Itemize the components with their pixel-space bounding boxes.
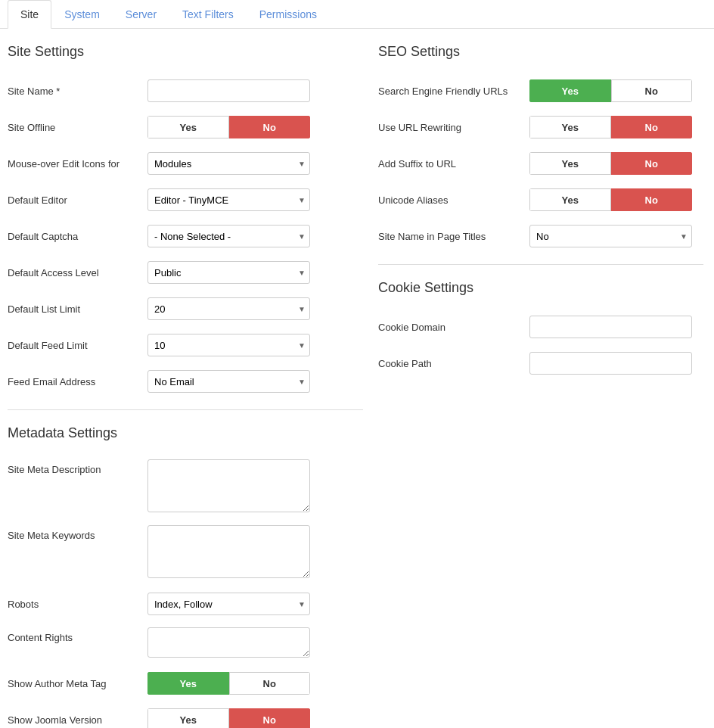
- tab-permissions[interactable]: Permissions: [247, 0, 330, 29]
- default-list-limit-select-wrapper: 20 ▼: [147, 297, 310, 320]
- url-rewriting-row: Use URL Rewriting Yes No: [378, 114, 703, 140]
- feed-email-select-wrapper: No Email ▼: [147, 370, 310, 393]
- show-author-meta-tag-no[interactable]: No: [229, 672, 311, 695]
- default-editor-select[interactable]: Editor - TinyMCE: [147, 188, 310, 211]
- content-rights-row: Content Rights: [8, 627, 363, 660]
- default-list-limit-label: Default List Limit: [8, 303, 147, 315]
- default-editor-label: Default Editor: [8, 194, 147, 206]
- cookie-path-input[interactable]: [529, 352, 692, 375]
- left-column: Site Settings Site Name * My Joomla Site…: [8, 44, 363, 728]
- default-access-level-select-wrapper: Public ▼: [147, 261, 310, 284]
- main-content: Site Settings Site Name * My Joomla Site…: [0, 29, 714, 728]
- default-editor-select-wrapper: Editor - TinyMCE ▼: [147, 188, 310, 211]
- default-access-level-select[interactable]: Public: [147, 261, 310, 284]
- default-feed-limit-row: Default Feed Limit 10 ▼: [8, 332, 363, 358]
- cookie-divider: [378, 264, 703, 265]
- default-feed-limit-select[interactable]: 10: [147, 334, 310, 356]
- show-author-meta-tag-label: Show Author Meta Tag: [8, 678, 147, 689]
- default-feed-limit-label: Default Feed Limit: [8, 340, 147, 351]
- site-meta-keywords-row: Site Meta Keywords: [8, 525, 363, 580]
- add-suffix-yes[interactable]: Yes: [529, 152, 611, 175]
- feed-email-select[interactable]: No Email: [147, 370, 310, 393]
- site-offline-yes[interactable]: Yes: [147, 116, 229, 138]
- tab-text-filters[interactable]: Text Filters: [169, 0, 247, 29]
- url-rewriting-no[interactable]: No: [611, 116, 693, 138]
- tab-server[interactable]: Server: [113, 0, 169, 29]
- add-suffix-label: Add Suffix to URL: [378, 158, 529, 170]
- default-captcha-label: Default Captcha: [8, 231, 147, 242]
- tabs-bar: Site System Server Text Filters Permissi…: [0, 0, 714, 29]
- sef-urls-label: Search Engine Friendly URLs: [378, 86, 529, 97]
- default-captcha-select-wrapper: - None Selected - ▼: [147, 225, 310, 247]
- site-offline-row: Site Offline Yes No: [8, 114, 363, 140]
- show-joomla-version-no[interactable]: No: [229, 708, 311, 728]
- default-access-level-row: Default Access Level Public ▼: [8, 260, 363, 285]
- cookie-path-row: Cookie Path: [378, 350, 703, 376]
- sef-urls-yes[interactable]: Yes: [529, 79, 611, 102]
- site-meta-keywords-input[interactable]: [147, 525, 310, 578]
- robots-label: Robots: [8, 599, 147, 610]
- site-meta-description-input[interactable]: [147, 459, 310, 512]
- default-captcha-select[interactable]: - None Selected -: [147, 225, 310, 247]
- metadata-settings-title: Metadata Settings: [8, 425, 363, 446]
- right-column: SEO Settings Search Engine Friendly URLs…: [378, 44, 703, 728]
- sef-urls-no[interactable]: No: [611, 79, 693, 102]
- mouse-over-select-wrapper: Modules ▼: [147, 152, 310, 175]
- feed-email-row: Feed Email Address No Email ▼: [8, 369, 363, 394]
- cookie-domain-row: Cookie Domain: [378, 314, 703, 340]
- cookie-path-label: Cookie Path: [378, 358, 529, 369]
- add-suffix-no[interactable]: No: [611, 152, 693, 175]
- default-list-limit-row: Default List Limit 20 ▼: [8, 296, 363, 322]
- sef-urls-row: Search Engine Friendly URLs Yes No: [378, 78, 703, 104]
- feed-email-label: Feed Email Address: [8, 376, 147, 387]
- show-joomla-version-label: Show Joomla Version: [8, 714, 147, 726]
- site-offline-label: Site Offline: [8, 122, 147, 133]
- site-offline-no[interactable]: No: [229, 116, 311, 138]
- site-meta-description-control: [147, 459, 310, 515]
- mouse-over-select[interactable]: Modules: [147, 152, 310, 175]
- mouse-over-label: Mouse-over Edit Icons for: [8, 158, 147, 170]
- show-joomla-version-row: Show Joomla Version Yes No: [8, 707, 363, 728]
- unicode-aliases-yes[interactable]: Yes: [529, 188, 611, 211]
- default-editor-row: Default Editor Editor - TinyMCE ▼: [8, 187, 363, 213]
- default-access-level-label: Default Access Level: [8, 267, 147, 278]
- site-name-label: Site Name *: [8, 86, 147, 97]
- site-name-in-titles-select-wrapper: No ▼: [529, 225, 692, 247]
- show-author-meta-tag-yes[interactable]: Yes: [147, 672, 229, 695]
- default-list-limit-select[interactable]: 20: [147, 297, 310, 320]
- content-rights-input[interactable]: [147, 627, 310, 658]
- default-feed-limit-select-wrapper: 10 ▼: [147, 334, 310, 356]
- unicode-aliases-label: Unicode Aliases: [378, 194, 529, 206]
- metadata-divider: [8, 409, 363, 410]
- site-meta-keywords-control: [147, 525, 310, 580]
- show-joomla-version-yes[interactable]: Yes: [147, 708, 229, 728]
- url-rewriting-yes[interactable]: Yes: [529, 116, 611, 138]
- site-name-in-titles-label: Site Name in Page Titles: [378, 231, 529, 242]
- url-rewriting-label: Use URL Rewriting: [378, 122, 529, 133]
- site-name-in-titles-select[interactable]: No: [529, 225, 692, 247]
- show-author-meta-tag-row: Show Author Meta Tag Yes No: [8, 670, 363, 696]
- unicode-aliases-no[interactable]: No: [611, 188, 693, 211]
- cookie-domain-input[interactable]: [529, 316, 692, 338]
- site-settings-title: Site Settings: [8, 44, 363, 64]
- unicode-aliases-row: Unicode Aliases Yes No: [378, 187, 703, 213]
- show-author-meta-tag-toggle: Yes No: [147, 672, 310, 695]
- tab-site[interactable]: Site: [8, 0, 51, 29]
- robots-select[interactable]: Index, Follow: [147, 593, 310, 615]
- robots-row: Robots Index, Follow ▼: [8, 591, 363, 617]
- add-suffix-row: Add Suffix to URL Yes No: [378, 151, 703, 176]
- site-name-row: Site Name * My Joomla Site: [8, 78, 363, 104]
- default-captcha-row: Default Captcha - None Selected - ▼: [8, 223, 363, 249]
- url-rewriting-toggle: Yes No: [529, 116, 692, 138]
- site-meta-description-row: Site Meta Description: [8, 459, 363, 515]
- site-name-in-titles-row: Site Name in Page Titles No ▼: [378, 223, 703, 249]
- content-rights-control: [147, 627, 310, 660]
- cookie-settings-title: Cookie Settings: [378, 280, 703, 300]
- tab-system[interactable]: System: [51, 0, 113, 29]
- content-rights-label: Content Rights: [8, 627, 147, 643]
- site-name-input[interactable]: My Joomla Site: [147, 79, 310, 102]
- mouse-over-row: Mouse-over Edit Icons for Modules ▼: [8, 151, 363, 176]
- cookie-domain-label: Cookie Domain: [378, 322, 529, 333]
- unicode-aliases-toggle: Yes No: [529, 188, 692, 211]
- seo-settings-title: SEO Settings: [378, 44, 703, 64]
